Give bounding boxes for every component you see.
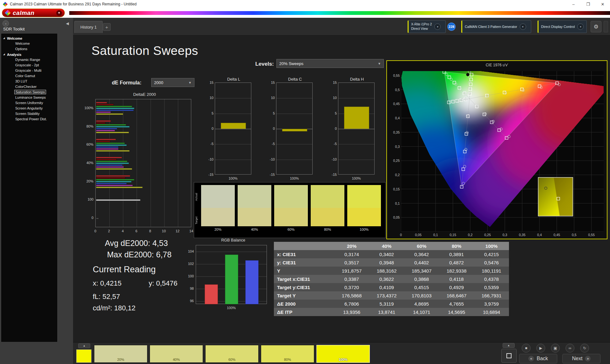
refresh-button[interactable]: ↻ — [580, 344, 589, 353]
deltae-bar — [96, 164, 123, 166]
tree-section-welcome[interactable]: ◢Welcome — [2, 36, 57, 41]
meter-count-badge[interactable]: 228 — [447, 23, 456, 31]
meter-dropdown[interactable]: X-Rite i1Pro 2 Direct View ▼ — [408, 20, 446, 33]
table-cell: 13,9356 — [334, 308, 369, 316]
chevron-down-icon[interactable]: ▼ — [434, 23, 441, 30]
sidebar-item-screen-angularity[interactable]: Screen Angularity — [2, 106, 57, 111]
sidebar-item-luminance-sweeps[interactable]: Luminance Sweeps — [2, 95, 57, 100]
display-control-dropdown[interactable]: Direct Display Control ▼ — [538, 20, 587, 33]
y-tick-label: 96 — [185, 299, 194, 303]
back-button[interactable]: « Back — [519, 354, 557, 363]
saturation-swatch-20%[interactable]: 20% — [94, 345, 147, 363]
maximize-button[interactable]: ❐ — [581, 0, 595, 8]
chevron-down-icon[interactable]: ▼ — [520, 23, 526, 30]
sidebar-title: SDR Toolkit — [3, 27, 25, 31]
swatch-label: 100% — [347, 228, 381, 231]
pattern-window-button[interactable] — [501, 349, 517, 363]
sidebar-item-grayscale-2pt[interactable]: Grayscale - 2pt — [2, 63, 57, 68]
sidebar-item-options[interactable]: Options — [2, 46, 57, 52]
chevron-down-icon[interactable]: ▼ — [577, 23, 584, 30]
cie-x-tick: 0,2 — [466, 233, 475, 237]
sidebar-item-3d-lut[interactable]: 3D LUT — [2, 79, 57, 84]
levels-dropdown[interactable]: 20% Sweeps ▼ — [276, 59, 384, 68]
sidebar-item-saturation-sweeps[interactable]: Saturation Sweeps — [2, 89, 57, 95]
sidebar-item-screen-uniformity[interactable]: Screen Uniformity — [2, 100, 57, 106]
deltae-bar — [96, 102, 107, 103]
add-tab-button[interactable]: + — [103, 23, 111, 31]
y-group-label: 0 — [83, 216, 93, 220]
gridline — [276, 144, 312, 144]
sidebar-item-dynamic-range[interactable]: Dynamic Range — [2, 57, 57, 63]
settings-gear-button[interactable]: ⚙ — [591, 21, 601, 32]
cie-y-tick: 0,1 — [388, 202, 400, 205]
sidebar-menu-button[interactable]: ● — [3, 20, 9, 27]
play-button[interactable]: ▶ — [536, 344, 545, 353]
sidebar-item-screen-stability[interactable]: Screen Stability — [2, 111, 57, 116]
panel-edge-button[interactable] — [604, 21, 608, 32]
saturation-swatch-80%[interactable]: 80% — [261, 345, 314, 363]
pattern-generator-dropdown[interactable]: CalMAN Client 3 Pattern Generator ▼ — [461, 20, 531, 33]
cie-x-tick: 0,15 — [449, 233, 458, 237]
sidebar-item-color-gamut[interactable]: Color Gamut — [2, 73, 57, 79]
deltae-bar — [96, 120, 111, 122]
y-tick-label: 10 — [330, 96, 337, 100]
tree-section-analysis[interactable]: ◢Analysis — [2, 52, 57, 57]
next-label: Next — [572, 356, 583, 361]
cie-y-tick: 0,4 — [388, 116, 400, 120]
deltae-bar — [96, 181, 132, 182]
deltae-chart: DeltaE 2000 02468101214100%80%60%40%20%1… — [83, 92, 194, 235]
eject-button-right[interactable]: ▲ — [503, 343, 515, 348]
cie-diagram — [401, 71, 604, 232]
saturation-swatch-40%[interactable]: 40% — [150, 345, 203, 363]
y-group-label: 20% — [83, 179, 93, 183]
swatch-label: 40% — [150, 358, 203, 361]
delta-c-chart: Delta C 100% 151050-5-10-15 — [268, 77, 314, 183]
stop-button[interactable]: ■ — [522, 344, 531, 353]
gridline — [215, 144, 251, 144]
sidebar-item-spectral-power-dist-[interactable]: Spectral Power Dist. — [2, 116, 57, 122]
sidebar-item-label: ColorChecker — [14, 85, 37, 89]
close-button[interactable]: ✕ — [595, 0, 610, 8]
de-formula-dropdown[interactable]: 2000 ▼ — [151, 78, 194, 87]
logo-dropdown-icon[interactable]: ▼ — [56, 10, 62, 16]
highlight-swatch[interactable] — [76, 349, 92, 363]
tree-section-label: Welcome — [7, 36, 22, 40]
sidebar-item-welcome[interactable]: Welcome — [2, 41, 57, 46]
gridline — [215, 114, 251, 114]
deltae-bar — [96, 122, 105, 124]
y-tick-label: 104 — [185, 249, 194, 253]
next-button[interactable]: Next » — [562, 354, 600, 363]
actual-label: Actual — [195, 186, 200, 207]
delta-h-plot — [338, 83, 375, 175]
tab-history-1[interactable]: History 1 — [74, 21, 103, 33]
cie-y-tick: 0,05 — [388, 215, 400, 219]
eject-button[interactable]: ▲ — [78, 343, 90, 348]
swatch-label: 100% — [317, 358, 369, 361]
sidebar-collapse-button[interactable]: ◀ — [64, 20, 71, 27]
delta-c-title: Delta C — [276, 77, 314, 82]
row-label: Target Y — [274, 291, 334, 300]
max-de2000-value: Max dE2000: 6,78 — [107, 250, 172, 259]
target-swatch — [201, 208, 235, 226]
deltae-bar — [96, 148, 119, 150]
cie-y-tick: 0,5 — [388, 88, 400, 92]
saturation-swatch-100%[interactable]: 100% — [316, 345, 370, 363]
rgb-balance-plot — [196, 245, 267, 304]
next-chevron-icon: » — [585, 356, 591, 361]
x-tick-label: 6 — [133, 229, 139, 233]
sidebar-item-grayscale-multi[interactable]: Grayscale - Multi — [2, 68, 57, 73]
loop-button[interactable]: ∞ — [566, 344, 574, 353]
current-x-value: x: 0,4215 — [93, 279, 122, 288]
current-y-value: y: 0,5476 — [149, 279, 178, 288]
deltae-bar — [96, 162, 129, 164]
pattern-generator-label: CalMAN Client 3 Pattern Generator — [465, 25, 517, 29]
sidebar-item-colorchecker[interactable]: ColorChecker — [2, 84, 57, 89]
calman-logo[interactable]: calman ▼ — [2, 9, 65, 17]
saturation-swatch-60%[interactable]: 60% — [205, 345, 259, 363]
minimize-button[interactable]: – — [566, 0, 581, 8]
y-tick-label: -15 — [330, 173, 337, 176]
table-cell: 0,4215 — [474, 250, 509, 258]
table-cell: 0,3720 — [334, 283, 369, 291]
deltae-bar — [96, 166, 124, 168]
save-button[interactable]: ▣ — [551, 344, 560, 353]
